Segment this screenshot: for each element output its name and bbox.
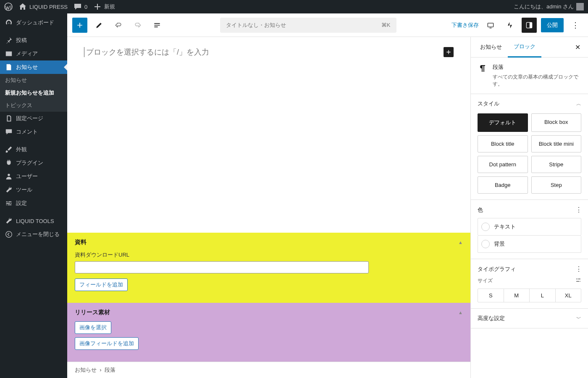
brush-icon bbox=[5, 146, 13, 153]
inspector-tab-block[interactable]: ブロック bbox=[508, 37, 541, 58]
user-icon bbox=[5, 173, 13, 180]
home-icon bbox=[18, 3, 27, 11]
menu-dashboard[interactable]: ダッシュボード bbox=[0, 16, 67, 29]
command-shortcut: ⌘K bbox=[381, 22, 391, 28]
style-option-block-title[interactable]: Block title bbox=[478, 135, 528, 152]
wrench-icon bbox=[5, 186, 13, 194]
style-option-block-box[interactable]: Block box bbox=[531, 113, 582, 132]
color-background-row[interactable]: 背景 bbox=[478, 236, 581, 253]
advanced-heading[interactable]: 高度な設定 ﹀ bbox=[478, 315, 581, 322]
list-view-button[interactable] bbox=[150, 18, 165, 33]
add-block-button[interactable] bbox=[72, 18, 87, 33]
metabox-release-title: リリース素材 bbox=[75, 309, 110, 316]
more-options-button[interactable]: ⋮ bbox=[568, 18, 583, 33]
undo-button[interactable] bbox=[111, 18, 126, 33]
menu-collapse[interactable]: メニューを閉じる bbox=[0, 228, 67, 241]
metabox-resources-title: 資料 bbox=[75, 239, 87, 246]
breadcrumb-root[interactable]: お知らせ bbox=[75, 367, 97, 373]
style-option-stripe[interactable]: Stripe bbox=[531, 156, 582, 173]
size-l-button[interactable]: L bbox=[530, 289, 556, 302]
menu-settings[interactable]: 設定 bbox=[0, 197, 67, 210]
block-description: すべての文章の基本の構成ブロックです。 bbox=[493, 74, 581, 88]
color-section: 色 ⋮ テキスト 背景 bbox=[471, 200, 588, 259]
release-add-image-field-button[interactable]: 画像フィールドを追加 bbox=[75, 337, 139, 350]
resources-add-field-button[interactable]: フィールドを追加 bbox=[75, 278, 128, 291]
wp-logo[interactable] bbox=[4, 3, 13, 11]
publish-button[interactable]: 公開 bbox=[541, 18, 564, 32]
resources-url-input[interactable] bbox=[75, 261, 369, 273]
metabox-resources: 資料 ▲ 資料ダウンロードURL フィールドを追加 bbox=[67, 233, 470, 303]
submenu-notices-list[interactable]: お知らせ bbox=[0, 74, 67, 87]
editor-canvas: ブロックを選択するには「/」を入力 資料 ▲ 資料ダウンロードURL フィールド… bbox=[67, 37, 470, 378]
svg-point-3 bbox=[6, 231, 12, 237]
inspector-tab-post[interactable]: お知らせ bbox=[474, 37, 508, 57]
greeting[interactable]: こんにちは、admin さん bbox=[514, 3, 584, 10]
size-s-button[interactable]: S bbox=[478, 289, 504, 302]
size-label: サイズ bbox=[478, 277, 493, 284]
menu-tools[interactable]: ツール bbox=[0, 183, 67, 197]
size-settings-icon[interactable] bbox=[575, 277, 581, 284]
styles-heading[interactable]: スタイル ︿ bbox=[478, 100, 581, 108]
menu-plugins[interactable]: プラグイン bbox=[0, 156, 67, 170]
comments-bubble[interactable]: 0 bbox=[74, 3, 87, 11]
document-title-bar[interactable]: タイトルなし・お知らせ ⌘K bbox=[220, 18, 396, 33]
typography-heading[interactable]: タイポグラフィ ⋮ bbox=[478, 265, 581, 273]
wordpress-icon bbox=[4, 3, 13, 11]
typography-section: タイポグラフィ ⋮ サイズ S M L XL bbox=[471, 259, 588, 309]
admin-bar: LIQUID PRESS 0 新規 こんにちは、admin さん bbox=[0, 0, 588, 13]
inline-add-block-button[interactable] bbox=[444, 47, 454, 57]
menu-users[interactable]: ユーザー bbox=[0, 170, 67, 183]
block-breadcrumb: お知らせ › 段落 bbox=[67, 362, 470, 378]
breadcrumb-leaf[interactable]: 段落 bbox=[105, 367, 116, 373]
submenu-notices-topics[interactable]: トピックス bbox=[0, 99, 67, 112]
pages-icon bbox=[5, 115, 13, 122]
size-xl-button[interactable]: XL bbox=[556, 289, 581, 302]
style-option-dot-pattern[interactable]: Dot pattern bbox=[478, 156, 528, 173]
menu-posts[interactable]: 投稿 bbox=[0, 34, 67, 47]
style-option-badge[interactable]: Badge bbox=[478, 176, 528, 194]
edit-mode-button[interactable] bbox=[92, 18, 107, 33]
submenu-notices-add[interactable]: 新規お知らせを追加 bbox=[0, 87, 67, 99]
menu-liquid-tools[interactable]: LIQUID TOOLS bbox=[0, 214, 67, 228]
metabox-release: リリース素材 ▲ 画像を選択 画像フィールドを追加 bbox=[67, 303, 470, 362]
paragraph-icon bbox=[478, 63, 488, 75]
pin-icon bbox=[5, 37, 13, 44]
style-option-default[interactable]: デフォルト bbox=[478, 113, 528, 132]
inspector-panel: お知らせ ブロック ✕ 段落 すべての文章の基本の構成ブロックです。 bbox=[470, 37, 588, 378]
styles-section: スタイル ︿ デフォルト Block box Block title Block… bbox=[471, 94, 588, 200]
submenu-notices: お知らせ 新規お知らせを追加 トピックス bbox=[0, 74, 67, 112]
admin-menu: ダッシュボード 投稿 メディア お知らせ お知らせ 新規お知らせを追加 トピック… bbox=[0, 13, 67, 378]
save-draft-button[interactable]: 下書き保存 bbox=[452, 21, 479, 29]
preview-button[interactable] bbox=[483, 18, 498, 33]
block-info-section: 段落 すべての文章の基本の構成ブロックです。 bbox=[471, 58, 588, 94]
menu-media[interactable]: メディア bbox=[0, 47, 67, 60]
size-m-button[interactable]: M bbox=[504, 289, 530, 302]
menu-notices[interactable]: お知らせ bbox=[0, 60, 67, 74]
inspector-close-button[interactable]: ✕ bbox=[571, 39, 585, 55]
redo-button[interactable] bbox=[130, 18, 145, 33]
advanced-section: 高度な設定 ﹀ bbox=[471, 309, 588, 328]
plugin-icon bbox=[5, 159, 13, 167]
style-option-block-title-mini[interactable]: Block title mini bbox=[531, 135, 582, 152]
menu-appearance[interactable]: 外観 bbox=[0, 143, 67, 156]
menu-comments[interactable]: コメント bbox=[0, 125, 67, 139]
color-options-button[interactable]: ⋮ bbox=[575, 206, 581, 214]
color-swatch-icon bbox=[481, 240, 490, 248]
site-name: LIQUID PRESS bbox=[29, 4, 68, 10]
comments-count: 0 bbox=[84, 4, 87, 10]
block-name: 段落 bbox=[493, 63, 581, 71]
color-text-row[interactable]: テキスト bbox=[478, 218, 581, 236]
style-option-step[interactable]: Step bbox=[531, 176, 582, 194]
paragraph-block[interactable]: ブロックを選択するには「/」を入力 bbox=[84, 47, 444, 57]
typography-options-button[interactable]: ⋮ bbox=[575, 265, 581, 273]
release-select-image-button[interactable]: 画像を選択 bbox=[75, 321, 111, 334]
new-content[interactable]: 新規 bbox=[93, 3, 115, 11]
site-home[interactable]: LIQUID PRESS bbox=[18, 3, 68, 11]
metabox-release-toggle[interactable]: ▲ bbox=[458, 310, 463, 315]
metabox-resources-toggle[interactable]: ▲ bbox=[458, 240, 463, 245]
jetpack-button[interactable] bbox=[502, 18, 517, 33]
settings-sidebar-button[interactable] bbox=[522, 18, 537, 33]
menu-pages[interactable]: 固定ページ bbox=[0, 112, 67, 125]
color-heading[interactable]: 色 ⋮ bbox=[478, 206, 581, 214]
comment-icon bbox=[74, 3, 82, 11]
